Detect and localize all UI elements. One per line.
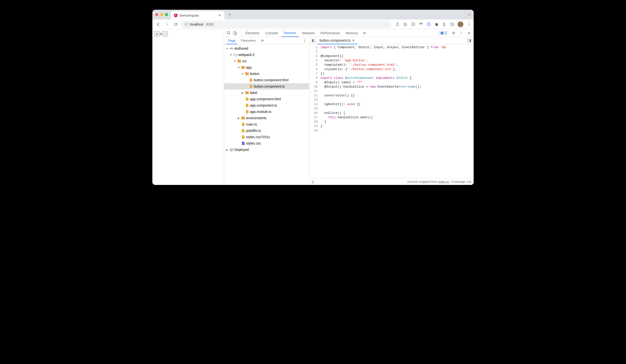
file-tree: </>Authored webpack:// src app button bu… (224, 44, 309, 185)
menu-icon[interactable] (467, 22, 471, 27)
decrement-button[interactable]: - (162, 31, 168, 36)
tree-label: main.ts (246, 122, 257, 126)
tab-bar: DemoAngular ✕ + (152, 10, 474, 19)
omnibox[interactable]: ⓘ localhost:4200 (181, 21, 391, 28)
tree-deployed[interactable]: Deployed (224, 146, 309, 153)
extension-icon-1[interactable] (411, 22, 415, 27)
bookmark-icon[interactable] (403, 22, 407, 27)
extension-icon-3[interactable] (427, 22, 431, 27)
tree-main-ts[interactable]: main.ts (224, 121, 309, 127)
tree-label: app.component.html (250, 97, 281, 101)
devtools-panel: Elements Console Sources Network Perform… (224, 29, 474, 185)
forward-button[interactable] (163, 21, 170, 28)
labs-icon[interactable] (442, 22, 446, 27)
tree-app-module[interactable]: app.module.ts (224, 109, 309, 115)
svg-rect-27 (470, 39, 471, 42)
tab-performance[interactable]: Performance (318, 29, 342, 37)
svg-point-20 (461, 34, 462, 34)
svg-rect-25 (312, 39, 313, 42)
extension-icon-2[interactable] (419, 22, 423, 27)
nav-more-tabs-icon[interactable] (259, 38, 265, 43)
nav-tab-page[interactable]: Page (226, 37, 237, 44)
back-button[interactable] (155, 21, 162, 28)
navigator-tabs: Page Filesystem (224, 37, 309, 44)
svg-point-12 (469, 25, 470, 26)
tree-styles-q[interactable]: styles.css?231c (224, 134, 309, 140)
expand-icon (230, 54, 233, 56)
share-icon[interactable] (395, 22, 400, 27)
folder-icon (245, 91, 249, 95)
code-editor[interactable]: 1234567891011121314151617181920 import {… (309, 44, 474, 178)
svg-point-4 (414, 24, 414, 24)
tab-console[interactable]: Console (263, 29, 280, 37)
tree-webpack[interactable]: webpack:// (224, 52, 309, 58)
source-map-link[interactable]: main.js (438, 180, 448, 183)
toggle-debugger-icon[interactable] (467, 38, 472, 43)
devtools-close-icon[interactable] (466, 30, 472, 36)
tab-memory[interactable]: Memory (343, 29, 361, 37)
svg-point-18 (461, 32, 462, 32)
code-icon: </> (230, 46, 234, 50)
expand-icon (241, 73, 244, 75)
site-info-icon[interactable]: ⓘ (185, 22, 188, 27)
svg-point-19 (461, 33, 462, 33)
tab-sources[interactable]: Sources (281, 29, 299, 37)
folder-icon (241, 116, 245, 120)
tree-label: src (242, 59, 247, 63)
sources-panel: Page Filesystem </>Authored webpack:// s… (224, 37, 474, 185)
nav-tab-filesystem[interactable]: Filesystem (239, 37, 258, 44)
tree-label: styles.css?231c (246, 135, 270, 139)
folder-icon (241, 66, 245, 69)
tab-network[interactable]: Network (300, 29, 317, 37)
reload-button[interactable] (172, 21, 179, 28)
new-tab-button[interactable]: + (226, 11, 233, 18)
editor-status-bar: {} (source mapped from main.js) Coverage… (309, 178, 474, 185)
minimize-window-button[interactable] (160, 13, 163, 16)
tree-label: button.component.ts (254, 84, 285, 88)
tree-label: button (250, 72, 259, 76)
editor-tab[interactable]: button.component.ts ✕ (317, 37, 357, 44)
tree-button-folder[interactable]: button (224, 71, 309, 77)
device-toggle-icon[interactable] (233, 30, 238, 36)
tree-styles[interactable]: styles.css (224, 140, 309, 146)
tree-app-ts[interactable]: app.component.ts (224, 102, 309, 109)
toggle-navigator-icon[interactable] (311, 38, 316, 43)
tree-button-html[interactable]: button.component.html (224, 77, 309, 83)
extensions-icon[interactable] (434, 22, 439, 27)
maximize-window-button[interactable] (165, 13, 168, 16)
tree-environments[interactable]: environments (224, 115, 309, 121)
tree-button-ts[interactable]: button.component.ts (224, 83, 309, 90)
tree-polyfills[interactable]: polyfills.ts (224, 127, 309, 134)
settings-icon[interactable] (451, 30, 456, 36)
more-tabs-icon[interactable] (361, 30, 367, 36)
sources-editor: button.component.ts ✕ 123456789101112131… (309, 37, 474, 185)
file-icon (241, 141, 245, 145)
inspect-icon[interactable] (226, 30, 232, 36)
side-panel-icon[interactable] (450, 22, 454, 27)
angular-icon (174, 13, 178, 17)
tree-app[interactable]: app (224, 64, 309, 71)
tab-dropdown-button[interactable] (467, 13, 471, 16)
url-host: localhost (190, 22, 203, 26)
tree-label-folder[interactable]: label (224, 90, 309, 96)
expand-icon (237, 117, 240, 119)
pretty-print-icon[interactable]: {} (312, 180, 314, 183)
browser-tab[interactable]: DemoAngular ✕ (171, 11, 224, 19)
close-window-button[interactable] (155, 13, 158, 16)
editor-tab-label: button.component.ts (319, 38, 351, 42)
svg-rect-15 (235, 33, 236, 35)
tree-src[interactable]: src (224, 58, 309, 64)
editor-tab-close-icon[interactable]: ✕ (352, 38, 355, 42)
increment-button[interactable]: + (154, 31, 160, 36)
issues-badge[interactable]: 1 (438, 31, 448, 35)
devtools-menu-icon[interactable] (459, 30, 464, 36)
url-port: :4200 (205, 22, 214, 26)
tab-close-button[interactable]: ✕ (218, 13, 222, 17)
source-map-info: (source mapped from main.js) (407, 180, 450, 183)
tree-app-html[interactable]: app.component.html (224, 96, 309, 102)
tree-authored[interactable]: </>Authored (224, 45, 309, 52)
nav-menu-icon[interactable] (302, 38, 307, 43)
profile-avatar[interactable] (458, 21, 464, 27)
tab-elements[interactable]: Elements (243, 29, 262, 37)
file-icon (249, 84, 253, 88)
